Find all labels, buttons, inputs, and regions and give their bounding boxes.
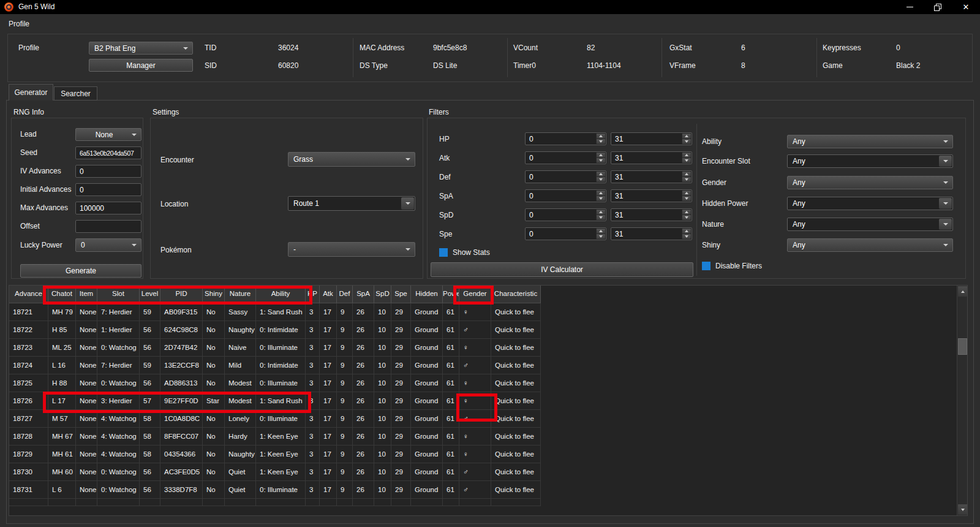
spin-up-icon[interactable]	[596, 172, 605, 176]
cell-spd[interactable]: 10	[374, 481, 391, 499]
cell-spa[interactable]: 26	[353, 303, 374, 321]
cell-hidden[interactable]: Ground	[411, 428, 443, 445]
cell-spa[interactable]: 26	[353, 481, 374, 499]
cell-slot[interactable]: 0: Watchog	[97, 481, 140, 499]
cell-atk[interactable]: 17	[320, 445, 337, 463]
cell-gender[interactable]: ♀	[459, 339, 491, 357]
column-header-pid[interactable]: PID	[160, 286, 203, 303]
cell-atk[interactable]: 17	[320, 392, 337, 410]
cell-spa[interactable]: 26	[353, 392, 374, 410]
cell-shiny[interactable]: No	[203, 303, 225, 321]
spin-up-icon[interactable]	[682, 172, 691, 176]
iv-max-spinbox-def[interactable]: 31	[611, 170, 692, 183]
cell-shiny[interactable]: No	[203, 481, 225, 499]
cell-atk[interactable]: 17	[320, 321, 337, 339]
cell-gender[interactable]: ♀	[459, 428, 491, 445]
column-header-level[interactable]: Level	[140, 286, 160, 303]
iv-min-spinbox-hp[interactable]: 0	[525, 132, 606, 145]
cell-characteristic[interactable]: Quick to flee	[491, 357, 541, 374]
cell-spe[interactable]: 29	[391, 481, 411, 499]
cell-advances[interactable]: 18723	[9, 339, 48, 357]
cell-shiny[interactable]: No	[203, 321, 225, 339]
cell-spd[interactable]: 10	[374, 463, 391, 481]
spin-down-icon[interactable]	[596, 138, 605, 144]
cell-def[interactable]: 9	[337, 392, 353, 410]
table-row[interactable]: 18725H 88None0: Watchog56AD886313NoModes…	[9, 374, 541, 392]
cell-def[interactable]: 9	[337, 428, 353, 445]
cell-pid[interactable]: AC3FE0D5	[160, 463, 203, 481]
cell-spd[interactable]: 10	[374, 410, 391, 428]
cell-spe[interactable]: 29	[391, 374, 411, 392]
cell-ability[interactable]: 1: Keen Eye	[256, 463, 306, 481]
restore-button[interactable]	[924, 0, 952, 14]
table-row[interactable]: 18723ML 25None0: Watchog562D747B42NoNaiv…	[9, 339, 541, 357]
cell-advances[interactable]: 18727	[9, 410, 48, 428]
cell-pid[interactable]: 3338D7F8	[160, 481, 203, 499]
initial-advances-input[interactable]: 0	[75, 183, 141, 196]
cell-atk[interactable]: 17	[320, 410, 337, 428]
cell-item[interactable]: None	[76, 321, 97, 339]
cell-slot[interactable]: 7: Herdier	[97, 303, 140, 321]
cell-gender[interactable]: ♀	[459, 445, 491, 463]
close-button[interactable]: ✕	[952, 0, 980, 14]
cell-chatot[interactable]: MH 60	[48, 463, 76, 481]
cell-hidden[interactable]: Ground	[411, 339, 443, 357]
iv-min-spinbox-spa[interactable]: 0	[525, 189, 606, 202]
cell-pid[interactable]: 13E2CCF8	[160, 357, 203, 374]
column-header-ability[interactable]: Ability	[256, 286, 306, 303]
spin-up-icon[interactable]	[596, 229, 605, 233]
iv-min-spinbox-spd[interactable]: 0	[525, 208, 606, 221]
cell-gender[interactable]: ♂	[459, 481, 491, 499]
filter-select-hidden-power[interactable]: Any	[787, 197, 953, 210]
cell-characteristic[interactable]: Quick to flee	[491, 321, 541, 339]
scroll-up-button[interactable]	[958, 286, 967, 297]
iv-min-spinbox-atk[interactable]: 0	[525, 151, 606, 164]
cell-chatot[interactable]: MH 67	[48, 428, 76, 445]
cell-hp[interactable]: 3	[306, 463, 320, 481]
cell-item[interactable]: None	[76, 481, 97, 499]
spin-down-icon[interactable]	[682, 138, 691, 144]
cell-def[interactable]: 9	[337, 357, 353, 374]
spin-up-icon[interactable]	[596, 191, 605, 195]
cell-nature[interactable]: Hardy	[225, 428, 256, 445]
cell-level[interactable]: 56	[140, 374, 160, 392]
chevron-down-icon[interactable]	[939, 156, 952, 167]
cell-item[interactable]: None	[76, 303, 97, 321]
cell-level[interactable]: 58	[140, 410, 160, 428]
spin-up-icon[interactable]	[596, 210, 605, 214]
cell-hidden[interactable]: Ground	[411, 481, 443, 499]
lucky-power-select[interactable]: 0	[75, 238, 141, 252]
cell-chatot[interactable]: H 85	[48, 321, 76, 339]
spin-up-icon[interactable]	[682, 229, 691, 233]
cell-ability[interactable]: 1: Keen Eye	[256, 445, 306, 463]
iv-max-spinbox-atk[interactable]: 31	[611, 151, 692, 164]
cell-characteristic[interactable]: Quick to flee	[491, 392, 541, 410]
cell-hp[interactable]: 3	[306, 303, 320, 321]
column-header-atk[interactable]: Atk	[320, 286, 337, 303]
spin-down-icon[interactable]	[682, 195, 691, 201]
cell-ability[interactable]: 1: Sand Rush	[256, 392, 306, 410]
column-header-spa[interactable]: SpA	[353, 286, 374, 303]
cell-pid[interactable]: 9E27FF0D	[160, 392, 203, 410]
cell-atk[interactable]: 17	[320, 357, 337, 374]
cell-def[interactable]: 9	[337, 374, 353, 392]
cell-characteristic[interactable]: Quick to flee	[491, 463, 541, 481]
column-header-item[interactable]: Item	[76, 286, 97, 303]
cell-gender[interactable]: ♀	[459, 303, 491, 321]
cell-chatot[interactable]: L 6	[48, 481, 76, 499]
cell-slot[interactable]: 0: Watchog	[97, 463, 140, 481]
spin-down-icon[interactable]	[682, 176, 691, 182]
cell-hp[interactable]: 3	[306, 357, 320, 374]
column-header-power[interactable]: Powe	[443, 286, 459, 303]
cell-ability[interactable]: 1: Sand Rush	[256, 303, 306, 321]
cell-hidden[interactable]: Ground	[411, 445, 443, 463]
column-header-gender[interactable]: Gender	[459, 286, 491, 303]
cell-hp[interactable]: 3	[306, 392, 320, 410]
cell-def[interactable]: 9	[337, 445, 353, 463]
column-header-shiny[interactable]: Shiny	[203, 286, 225, 303]
offset-input[interactable]	[75, 220, 141, 233]
spin-down-icon[interactable]	[596, 157, 605, 163]
table-row[interactable]: 18727M 57None4: Watchog581C0A8D8CNoLonel…	[9, 410, 541, 428]
cell-item[interactable]: None	[76, 463, 97, 481]
cell-nature[interactable]: Quiet	[225, 463, 256, 481]
